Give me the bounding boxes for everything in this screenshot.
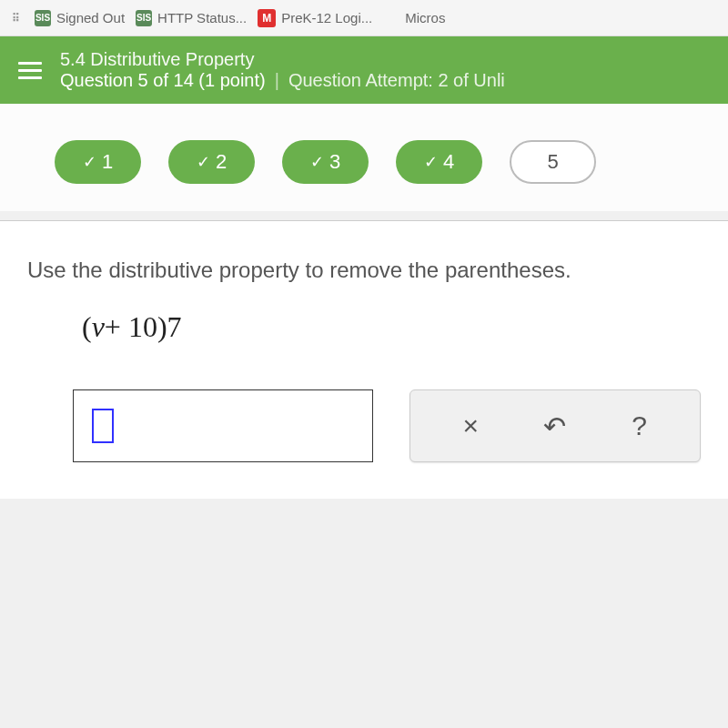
bookmark-label: Signed Out: [56, 10, 125, 25]
input-cursor: [92, 409, 114, 443]
microsoft-icon: [383, 10, 399, 26]
sis-icon: SIS: [136, 10, 152, 26]
question-nav-1[interactable]: ✓ 1: [55, 140, 141, 184]
bookmark-prek12[interactable]: M PreK-12 Logi...: [258, 9, 372, 27]
question-num: 3: [329, 150, 340, 174]
divider: |: [275, 70, 279, 91]
sis-icon: SIS: [35, 10, 51, 26]
check-icon: ✓: [310, 152, 324, 172]
bookmark-label: Micros: [405, 10, 445, 25]
question-num: 1: [102, 150, 113, 174]
question-progress: ✓ 1 ✓ 2 ✓ 3 ✓ 4 5: [0, 104, 728, 211]
m-icon: M: [258, 9, 276, 27]
question-num: 2: [216, 150, 227, 174]
bookmark-microsoft[interactable]: Micros: [383, 10, 445, 26]
bookmark-http-status[interactable]: SIS HTTP Status...: [136, 10, 247, 26]
bookmark-label: HTTP Status...: [157, 10, 247, 25]
clear-button[interactable]: ×: [448, 410, 493, 441]
question-nav-4[interactable]: ✓ 4: [396, 140, 482, 184]
bookmark-signed-out[interactable]: SIS Signed Out: [35, 10, 125, 26]
help-button[interactable]: ?: [617, 410, 662, 441]
question-nav-3[interactable]: ✓ 3: [282, 140, 369, 184]
bookmark-label: PreK-12 Logi...: [281, 10, 372, 25]
lesson-title: 5.4 Distributive Property: [60, 49, 710, 70]
check-icon: ✓: [424, 152, 438, 172]
check-icon: ✓: [83, 152, 96, 172]
undo-button[interactable]: ↶: [532, 410, 578, 442]
apps-icon: ⠿: [7, 10, 24, 26]
question-content: Use the distributive property to remove …: [0, 220, 728, 499]
header-text: 5.4 Distributive Property Question 5 of …: [60, 49, 710, 91]
check-icon: ✓: [197, 152, 210, 172]
attempt-count: Question Attempt: 2 of Unli: [288, 70, 505, 91]
question-num: 4: [443, 150, 454, 174]
bookmark-bar: ⠿ SIS Signed Out SIS HTTP Status... M Pr…: [0, 0, 728, 36]
question-nav-5[interactable]: 5: [510, 140, 596, 184]
menu-button[interactable]: [18, 62, 42, 79]
math-expression: (v+ 10)7: [82, 310, 701, 344]
lesson-header: 5.4 Distributive Property Question 5 of …: [0, 36, 728, 104]
question-nav-2[interactable]: ✓ 2: [168, 140, 255, 184]
tool-palette: × ↶ ?: [410, 389, 701, 462]
answer-row: × ↶ ?: [73, 389, 701, 462]
question-num: 5: [547, 150, 558, 174]
question-position: Question 5 of 14 (1 point): [60, 70, 266, 91]
question-prompt: Use the distributive property to remove …: [27, 258, 701, 283]
bookmark-apps[interactable]: ⠿: [7, 10, 24, 26]
answer-input[interactable]: [73, 389, 373, 462]
